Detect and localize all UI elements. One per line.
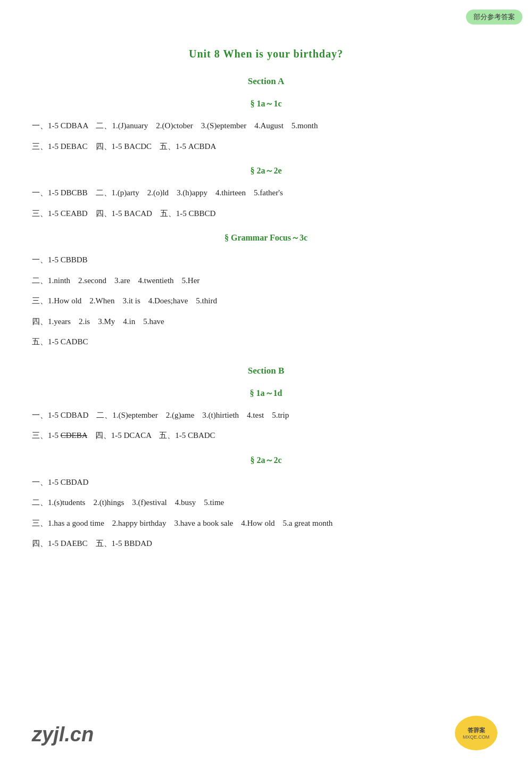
watermark-right: 答辞案 MXQE.COM: [452, 714, 500, 751]
answer-line: 三、1.How old 2.When 3.it is 4.Does;have 5…: [32, 293, 500, 309]
answer-line: 三、1-5 CEABD 四、1-5 BACAD 五、1-5 CBBCD: [32, 206, 500, 221]
answer-line: 一、1-5 DBCBB 二、1.(p)arty 2.(o)ld 3.(h)app…: [32, 185, 500, 201]
answer-line: 二、1.ninth 2.second 3.are 4.twentieth 5.H…: [32, 273, 500, 288]
section-a-title: Section A: [32, 76, 500, 87]
answer-line: 一、1-5 CDBAA 二、1.(J)anuary 2.(O)ctober 3.…: [32, 118, 500, 134]
answer-line: 三、1-5 CDEBA 四、1-5 DCACA 五、1-5 CBADC: [32, 428, 500, 443]
watermark-left: zyjl.cn: [32, 723, 94, 746]
subsection-1a1d-title: § 1a～1d: [32, 388, 500, 399]
answer-line: 四、1.years 2.is 3.My 4.in 5.have: [32, 314, 500, 329]
answer-line: 二、1.(s)tudents 2.(t)hings 3.(f)estival 4…: [32, 495, 500, 510]
answer-line: 一、1-5 CDBAD 二、1.(S)eptember 2.(g)ame 3.(…: [32, 408, 500, 423]
strikethrough-text: CDEBA: [61, 431, 87, 440]
subsection-grammar-title: § Grammar Focus～3c: [32, 233, 500, 244]
unit-title: Unit 8 When is your birthday?: [32, 48, 500, 60]
answer-line: 一、1-5 CBBDB: [32, 252, 500, 268]
subsection-1a1c-title: § 1a～1c: [32, 98, 500, 110]
watermark-right-text2: MXQE.COM: [463, 734, 489, 740]
watermark-right-text1: 答辞案: [468, 726, 485, 734]
answer-line: 一、1-5 CBDAD: [32, 475, 500, 490]
subsection-2a2c-title: § 2a～2c: [32, 455, 500, 466]
answer-line: 五、1-5 CADBC: [32, 334, 500, 350]
answer-badge: 部分参考答案: [466, 10, 522, 24]
answer-line: 三、1.has a good time 2.happy birthday 3.h…: [32, 516, 500, 531]
answer-line: 三、1-5 DEBAC 四、1-5 BACDC 五、1-5 ACBDA: [32, 139, 500, 154]
answer-line: 四、1-5 DAEBC 五、1-5 BBDAD: [32, 536, 500, 551]
subsection-2a2e-title: § 2a～2e: [32, 165, 500, 177]
section-b-title: Section B: [32, 366, 500, 376]
